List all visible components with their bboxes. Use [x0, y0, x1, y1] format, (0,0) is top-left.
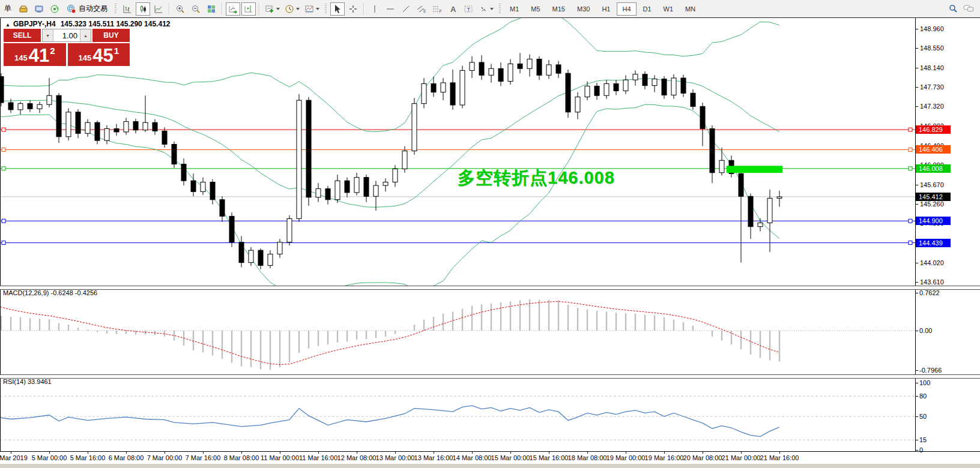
- horizontal-line-button[interactable]: [383, 2, 398, 16]
- toolbar-grip[interactable]: [325, 4, 327, 14]
- templates-dropdown-button[interactable]: [303, 2, 321, 16]
- timeframe-d1-button[interactable]: D1: [638, 2, 657, 16]
- time-tick-mark: [49, 451, 50, 454]
- line-handle[interactable]: [2, 128, 5, 131]
- timeframe-m1-button[interactable]: M1: [504, 2, 524, 16]
- toolbar-grip[interactable]: [115, 4, 116, 14]
- collapse-panel-arrow[interactable]: ▲: [5, 22, 10, 28]
- timeframe-mn-button[interactable]: MN: [680, 2, 701, 16]
- fibonacci-icon: F: [432, 4, 443, 14]
- candle-body: [662, 79, 667, 95]
- volume-decrease-button[interactable]: ▼: [43, 29, 53, 41]
- new-order-button[interactable]: 单: [1, 2, 15, 16]
- line-handle[interactable]: [909, 128, 912, 131]
- cursor-button[interactable]: [330, 2, 345, 16]
- search-button[interactable]: [946, 2, 960, 15]
- highlight-rectangle[interactable]: [727, 166, 782, 173]
- autoscroll-button[interactable]: [226, 2, 240, 16]
- tile-windows-button[interactable]: [204, 2, 219, 16]
- line-chart-button[interactable]: [151, 2, 166, 16]
- candle-body: [47, 95, 52, 104]
- timeframe-h4-button[interactable]: H4: [617, 2, 636, 16]
- volume-increase-button[interactable]: ▲: [80, 29, 91, 41]
- rsi-tick-mark: [915, 396, 918, 397]
- current-price-label: 145.412: [916, 193, 951, 201]
- vertical-line-button[interactable]: [368, 2, 382, 16]
- arrows-dropdown-button[interactable]: [477, 2, 495, 16]
- autotrading-label: 自动交易: [79, 4, 107, 14]
- candle-body: [277, 242, 282, 254]
- zoom-in-button[interactable]: [173, 2, 187, 16]
- candle-body: [777, 197, 782, 198]
- line-chart-icon: [154, 4, 163, 14]
- zoom-out-button[interactable]: [189, 2, 203, 16]
- bollinger-band-line: [0, 104, 779, 294]
- candle-body: [220, 200, 225, 217]
- buy-price-box[interactable]: 145 45 1: [68, 43, 130, 66]
- fibonacci-button[interactable]: F: [430, 2, 444, 16]
- autotrading-button[interactable]: 自动交易: [64, 2, 110, 16]
- chat-button[interactable]: [961, 2, 976, 15]
- candle-body: [181, 164, 186, 181]
- periods-dropdown-button[interactable]: [283, 2, 301, 16]
- line-handle[interactable]: [2, 148, 5, 151]
- pane-splitter[interactable]: [0, 374, 980, 379]
- timeframe-m30-button[interactable]: M30: [572, 2, 595, 16]
- crosshair-icon: [348, 4, 358, 14]
- equidistant-channel-button[interactable]: E: [414, 2, 429, 16]
- timeframe-m15-button[interactable]: M15: [547, 2, 570, 16]
- line-handle[interactable]: [2, 219, 5, 223]
- candle-body: [575, 97, 580, 112]
- line-handle[interactable]: [909, 148, 912, 151]
- buy-button[interactable]: BUY: [92, 29, 130, 42]
- rsi-label: RSI(14) 33.9461: [3, 378, 52, 385]
- timeframe-m5-button[interactable]: M5: [525, 2, 545, 16]
- candle-body: [470, 62, 474, 70]
- time-tick-mark: [703, 451, 703, 454]
- sell-button[interactable]: SELL: [4, 29, 41, 42]
- candles: [0, 53, 782, 269]
- line-handle[interactable]: [909, 167, 912, 170]
- pane-splitter[interactable]: [0, 286, 980, 290]
- line-handle[interactable]: [909, 241, 912, 245]
- text-label-button[interactable]: T: [461, 2, 476, 16]
- metaeditor-button[interactable]: [32, 2, 46, 16]
- chart-annotation-text[interactable]: 多空转折点146.008: [458, 166, 615, 190]
- line-handle[interactable]: [2, 241, 5, 245]
- bar-chart-button[interactable]: [120, 2, 135, 16]
- candle-body: [614, 83, 619, 91]
- trendline-button[interactable]: [399, 2, 413, 16]
- time-tick-mark: [11, 451, 11, 454]
- time-tick-mark: [549, 451, 549, 454]
- time-tick-mark: [203, 451, 204, 454]
- line-handle[interactable]: [2, 167, 5, 170]
- toolbar-grip[interactable]: [499, 4, 501, 14]
- signals-button[interactable]: [47, 2, 62, 16]
- timeframe-w1-button[interactable]: W1: [658, 2, 679, 16]
- history-center-icon[interactable]: [16, 2, 31, 16]
- timeframe-h1-button[interactable]: H1: [596, 2, 616, 16]
- volume-input[interactable]: [53, 29, 80, 41]
- price-tick-label: 145.260: [920, 200, 944, 208]
- text-button[interactable]: A: [446, 2, 460, 16]
- bollinger-band-line: [0, 79, 779, 208]
- buy-price-big: 45: [92, 46, 113, 65]
- sell-price-box[interactable]: 145 41 2: [4, 43, 66, 66]
- chat-icon: [963, 4, 974, 13]
- candle-body: [172, 144, 177, 164]
- chart-shift-button[interactable]: [241, 2, 256, 16]
- candle-body: [374, 185, 378, 196]
- candlestick-icon: [138, 4, 148, 14]
- candle-body: [239, 242, 244, 263]
- candle-body: [460, 70, 465, 105]
- line-handle[interactable]: [909, 219, 912, 223]
- candlestick-chart-button[interactable]: [136, 2, 150, 16]
- price-tick-label: 148.550: [920, 44, 944, 52]
- crosshair-button[interactable]: [346, 2, 360, 16]
- time-tick-label: 13 Mar 00:00: [376, 454, 415, 461]
- price-tick-mark: [915, 48, 918, 49]
- candle-body: [681, 78, 686, 93]
- indicators-dropdown-button[interactable]: [263, 2, 282, 16]
- tile-windows-icon: [207, 4, 216, 14]
- candle-body: [210, 182, 215, 200]
